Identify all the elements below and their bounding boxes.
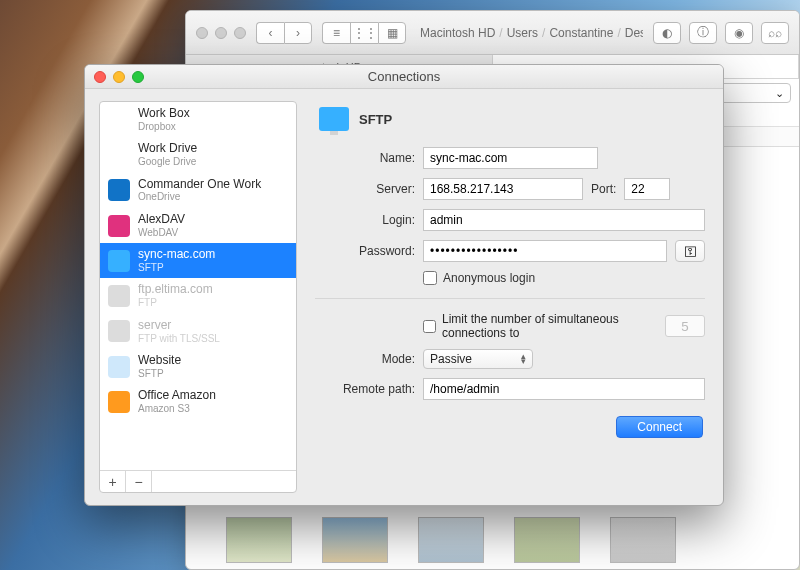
item-subtitle: FTP with TLS/SSL [138, 333, 220, 345]
row-remote: Remote path: [315, 378, 705, 400]
connections-list: Work BoxDropboxWork DriveGoogle DriveCom… [100, 102, 296, 470]
login-input[interactable] [423, 209, 705, 231]
row-password: Password: ⚿ [315, 240, 705, 262]
sftp-icon [108, 356, 130, 378]
connection-item[interactable]: Work BoxDropbox [100, 102, 296, 137]
row-login: Login: [315, 209, 705, 231]
thumb[interactable] [418, 517, 484, 563]
row-anonymous: Anonymous login [315, 271, 705, 285]
panel-header: SFTP [315, 105, 705, 137]
remove-connection-button[interactable]: − [126, 471, 152, 492]
ftp-icon [108, 285, 130, 307]
item-subtitle: Amazon S3 [138, 403, 216, 415]
crumb[interactable]: Macintosh HD [420, 26, 495, 40]
port-input[interactable] [624, 178, 670, 200]
bg-view-column[interactable]: ⋮⋮ [350, 22, 378, 44]
add-connection-button[interactable]: + [100, 471, 126, 492]
connection-item[interactable]: Commander One WorkOneDrive [100, 173, 296, 208]
key-icon: ⚿ [684, 244, 697, 259]
connection-item[interactable]: serverFTP with TLS/SSL [100, 314, 296, 349]
remote-path-input[interactable] [423, 378, 705, 400]
item-title: sync-mac.com [138, 248, 215, 262]
sftp-icon [319, 107, 349, 131]
mode-select[interactable]: Passive ▴▾ [423, 349, 533, 369]
connection-item[interactable]: AlexDAVWebDAV [100, 208, 296, 243]
amazon-s3-icon [108, 391, 130, 413]
bg-close-dot[interactable] [196, 27, 208, 39]
crumb[interactable]: Users [507, 26, 538, 40]
bg-thumbnails [186, 517, 799, 563]
google-drive-icon [108, 144, 130, 166]
connections-sidebar: Work BoxDropboxWork DriveGoogle DriveCom… [99, 101, 297, 493]
bg-forward-button[interactable]: › [284, 22, 312, 44]
name-input[interactable] [423, 147, 598, 169]
connection-item[interactable]: sync-mac.comSFTP [100, 243, 296, 278]
key-button[interactable]: ⚿ [675, 240, 705, 262]
bg-max-dot[interactable] [234, 27, 246, 39]
thumb[interactable] [610, 517, 676, 563]
bg-right-controls: ◐ ⓘ ◉ ⌕⌕ [653, 22, 789, 44]
item-texts: sync-mac.comSFTP [138, 248, 215, 273]
row-mode: Mode: Passive ▴▾ [315, 349, 705, 369]
row-limit: Limit the number of simultaneous connect… [315, 312, 705, 340]
password-input[interactable] [423, 240, 667, 262]
bg-nav-segment: ‹ › [256, 22, 312, 44]
bg-view-segment: ≡ ⋮⋮ ▦ [322, 22, 406, 44]
zoom-button[interactable] [132, 71, 144, 83]
close-button[interactable] [94, 71, 106, 83]
connection-form: SFTP Name: Server: Port: Login: [311, 101, 709, 493]
item-texts: serverFTP with TLS/SSL [138, 319, 220, 344]
dropbox-icon [108, 109, 130, 131]
connection-item[interactable]: Office AmazonAmazon S3 [100, 384, 296, 419]
item-subtitle: Dropbox [138, 121, 190, 133]
crumb[interactable]: Constantine [549, 26, 613, 40]
item-title: Work Box [138, 107, 190, 121]
item-title: Website [138, 354, 181, 368]
row-name: Name: [315, 147, 705, 169]
connection-item[interactable]: ftp.eltima.comFTP [100, 278, 296, 313]
item-texts: WebsiteSFTP [138, 354, 181, 379]
mode-value: Passive [430, 352, 472, 366]
bg-binoculars-icon[interactable]: ⌕⌕ [761, 22, 789, 44]
connection-item[interactable]: Work DriveGoogle Drive [100, 137, 296, 172]
limit-value-input [665, 315, 705, 337]
item-texts: ftp.eltima.comFTP [138, 283, 213, 308]
item-subtitle: FTP [138, 297, 213, 309]
add-remove-bar: + − [100, 470, 296, 492]
item-subtitle: SFTP [138, 262, 215, 274]
limit-checkbox[interactable] [423, 320, 436, 333]
dropdown-caret-icon: ⌄ [775, 87, 784, 100]
label-password: Password: [315, 244, 415, 258]
connection-item[interactable]: WebsiteSFTP [100, 349, 296, 384]
item-title: Office Amazon [138, 389, 216, 403]
bg-toggle-icon[interactable]: ◐ [653, 22, 681, 44]
dialog-titlebar: Connections [85, 65, 723, 89]
dialog-title: Connections [85, 69, 723, 84]
server-input[interactable] [423, 178, 583, 200]
minimize-button[interactable] [113, 71, 125, 83]
connect-button[interactable]: Connect [616, 416, 703, 438]
item-texts: AlexDAVWebDAV [138, 213, 185, 238]
item-texts: Work BoxDropbox [138, 107, 190, 132]
label-anonymous: Anonymous login [443, 271, 535, 285]
thumb[interactable] [226, 517, 292, 563]
bg-min-dot[interactable] [215, 27, 227, 39]
thumb[interactable] [322, 517, 388, 563]
row-server: Server: Port: [315, 178, 705, 200]
bg-view-icons[interactable]: ▦ [378, 22, 406, 44]
onedrive-icon [108, 179, 130, 201]
item-subtitle: OneDrive [138, 191, 261, 203]
label-name: Name: [315, 151, 415, 165]
label-server: Server: [315, 182, 415, 196]
crumb[interactable]: Desktop [625, 26, 643, 40]
bg-view-list[interactable]: ≡ [322, 22, 350, 44]
bg-breadcrumb: Macintosh HD/ Users/ Constantine/ Deskto… [416, 26, 643, 40]
updown-caret-icon: ▴▾ [521, 354, 526, 364]
bg-back-button[interactable]: ‹ [256, 22, 284, 44]
item-title: AlexDAV [138, 213, 185, 227]
anonymous-checkbox[interactable] [423, 271, 437, 285]
bg-preview-icon[interactable]: ◉ [725, 22, 753, 44]
bg-info-icon[interactable]: ⓘ [689, 22, 717, 44]
thumb[interactable] [514, 517, 580, 563]
label-login: Login: [315, 213, 415, 227]
